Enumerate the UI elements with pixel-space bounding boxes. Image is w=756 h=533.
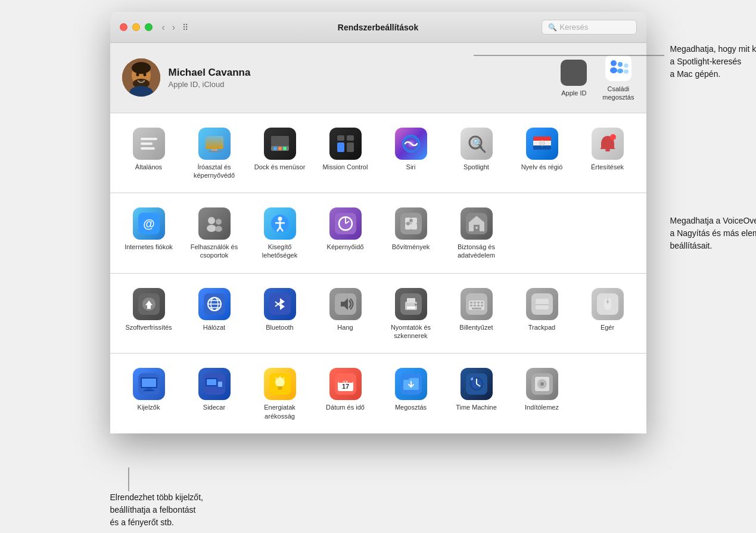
svg-rect-43 [605, 149, 610, 151]
siri-icon [395, 128, 427, 160]
energy-label: Energiatak arékosság [252, 403, 308, 420]
family-sharing-label: Családimegosztás [602, 85, 634, 102]
svg-rect-121 [278, 389, 282, 390]
window-title: Rendszerbeállítások [338, 23, 418, 32]
energy-item[interactable]: Energiatak arékosság [247, 361, 313, 426]
notifications-icon [592, 128, 624, 160]
spotlight-item[interactable]: 🔍 Spotlight [444, 120, 509, 186]
users-item[interactable]: Felhasználók és csoportok [182, 200, 247, 266]
maximize-button[interactable] [145, 23, 153, 31]
general-item[interactable]: Általános [116, 120, 182, 186]
search-box[interactable]: 🔍 Keresés [542, 20, 637, 35]
svg-rect-7 [561, 60, 587, 86]
svg-rect-18 [141, 147, 155, 150]
security-item[interactable]: Biztonság és adatvédelem [444, 200, 509, 266]
user-info: Michael Cavanna Apple ID, iCloud [169, 67, 251, 89]
trackpad-label: Trackpad [528, 323, 555, 331]
family-sharing-button[interactable]: Családimegosztás [602, 54, 634, 102]
svg-rect-111 [146, 388, 152, 390]
grid-view-button[interactable]: ⠿ [182, 23, 188, 32]
softwareupdate-icon [133, 288, 165, 320]
keyboard-label: Billentyűzet [459, 323, 493, 331]
general-label: Általános [135, 163, 162, 171]
spotlight-annotation-text: Megadhatja, hogy mit keressen mega Spotl… [670, 43, 757, 80]
displays-label: Kijelzők [138, 403, 160, 411]
notifications-item[interactable]: Értesítések [575, 120, 640, 186]
svg-point-5 [143, 73, 146, 76]
search-input[interactable]: Keresés [560, 23, 589, 32]
sound-item[interactable]: Hang [313, 281, 378, 346]
user-actions: Apple ID [559, 54, 634, 102]
dock-label: Dock és menüsor [254, 163, 306, 171]
sound-label: Hang [337, 323, 353, 331]
keyboard-item[interactable]: Billentyűzet [444, 281, 509, 346]
close-button[interactable] [120, 23, 127, 31]
extensions-item[interactable]: Bővítmények [378, 200, 444, 266]
svg-rect-99 [481, 305, 483, 306]
security-icon [461, 207, 493, 240]
sharing-item[interactable]: Megosztás [378, 361, 444, 426]
svg-point-27 [283, 147, 287, 150]
screentime-item[interactable]: Képernyőidő [313, 200, 378, 266]
back-button[interactable]: ‹ [160, 21, 167, 34]
trackpad-item[interactable]: Trackpad [509, 281, 575, 346]
sharing-icon [395, 368, 427, 400]
svg-rect-110 [142, 379, 156, 387]
dock-item[interactable]: Dock és menüsor [247, 120, 313, 186]
apple-id-button[interactable]: Apple ID [559, 58, 588, 97]
user-subtitle: Apple ID, iCloud [169, 80, 251, 89]
svg-rect-16 [141, 138, 157, 140]
access-item[interactable]: Kisegítő lehetőségek [247, 200, 313, 266]
mouse-item[interactable]: Egér [575, 281, 640, 346]
printers-icon [395, 288, 427, 320]
titlebar: ‹ › ⠿ Rendszerbeállítások 🔍 Keresés [110, 12, 646, 43]
keyboard-icon [461, 288, 493, 320]
internet-item[interactable]: @ Internetes fiókok [116, 200, 182, 266]
users-icon [198, 207, 231, 240]
svg-point-10 [610, 67, 617, 73]
mission-item[interactable]: Mission Control [313, 120, 378, 186]
accessibility-annotation-text: Megadhatja a VoiceOver,a Nagyítás és más… [670, 215, 757, 252]
language-label: Nyelv és régió [521, 163, 563, 171]
screentime-label: Képernyőidő [327, 243, 364, 251]
siri-item[interactable]: Siri [378, 120, 444, 186]
language-item[interactable]: Nyelv és régió [509, 120, 575, 186]
network-item[interactable]: Hálózat [182, 281, 247, 346]
svg-point-25 [273, 147, 277, 150]
displays-item[interactable]: Kijelzők [116, 361, 182, 426]
timemachine-item[interactable]: Time Machine [444, 361, 509, 426]
user-section: Michael Cavanna Apple ID, iCloud Apple I… [110, 43, 646, 113]
svg-point-66 [409, 219, 413, 222]
bluetooth-label: Bluetooth [266, 323, 293, 331]
bluetooth-item[interactable]: Bluetooth [247, 281, 313, 346]
network-icon [198, 288, 231, 320]
svg-line-124 [275, 377, 276, 379]
datetime-item[interactable]: JÚL 17 Dátum és idő [313, 361, 378, 426]
desktop-item[interactable]: Íróasztal és képernyővédő [182, 120, 247, 186]
printers-item[interactable]: Nyomtatók és szkennerek [378, 281, 444, 346]
siri-label: Siri [406, 163, 416, 171]
minimize-button[interactable] [132, 23, 140, 31]
icon-grid-2: @ Internetes fiókok [116, 200, 640, 266]
sidecar-item[interactable]: Sidecar [182, 361, 247, 426]
icon-grid-4: Kijelzők Sidec [116, 361, 640, 426]
family-sharing-icon [604, 54, 633, 82]
timemachine-label: Time Machine [456, 403, 497, 411]
startup-item[interactable]: Indítólemez [509, 361, 575, 426]
svg-point-140 [540, 382, 544, 386]
network-label: Hálózat [203, 323, 225, 331]
forward-button[interactable]: › [170, 21, 178, 34]
svg-rect-17 [141, 142, 153, 145]
svg-point-49 [216, 219, 222, 225]
svg-point-47 [208, 217, 215, 224]
search-icon: 🔍 [548, 23, 557, 32]
notifications-label: Értesítések [591, 163, 624, 171]
softwareupdate-item[interactable]: Szoftver­frissítés [116, 281, 182, 346]
svg-rect-61 [400, 213, 422, 234]
displays-annotation: Elrendezhet több kijelzőt,beállíthatja a… [110, 489, 301, 529]
svg-rect-28 [337, 135, 344, 141]
datetime-icon: JÚL 17 [329, 368, 362, 400]
svg-point-67 [406, 222, 410, 225]
section-1: Általános [110, 113, 646, 194]
avatar[interactable] [122, 58, 160, 97]
